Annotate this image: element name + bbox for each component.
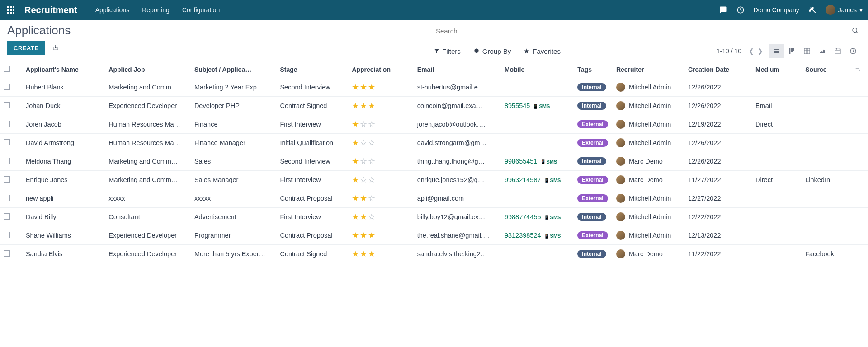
- activity-view-icon[interactable]: [845, 44, 861, 58]
- table-row[interactable]: new applixxxxxxxxxxContract Proposal★★☆a…: [0, 189, 868, 208]
- table-row[interactable]: Enrique JonesMarketing and Comm…Sales Ma…: [0, 171, 868, 189]
- col-job[interactable]: Applied Job: [105, 61, 191, 78]
- nav-applications[interactable]: Applications: [95, 6, 130, 14]
- cell-email[interactable]: sandra.elvis.the.king2…: [414, 245, 501, 263]
- star-rating[interactable]: ★★★: [352, 84, 376, 91]
- calendar-view-icon[interactable]: [830, 44, 845, 58]
- row-checkbox[interactable]: [4, 232, 10, 238]
- table-row[interactable]: David ArmstrongHuman Resources Ma…Financ…: [0, 134, 868, 152]
- col-stage[interactable]: Stage: [276, 61, 348, 78]
- col-email[interactable]: Email: [414, 61, 501, 78]
- sms-badge[interactable]: SMS: [544, 233, 561, 239]
- col-date[interactable]: Creation Date: [684, 61, 752, 78]
- table-row[interactable]: Johan DuckExperienced DeveloperDeveloper…: [0, 97, 868, 115]
- company-name[interactable]: Demo Company: [754, 6, 799, 14]
- star-rating[interactable]: ★☆☆: [352, 158, 376, 165]
- cell-date: 12/19/2022: [684, 115, 752, 134]
- table-row[interactable]: Hubert BlankMarketing and Comm…Marketing…: [0, 78, 868, 97]
- sms-badge[interactable]: SMS: [544, 178, 561, 183]
- groupby-button[interactable]: Group By: [473, 47, 511, 55]
- tag-badge[interactable]: External: [577, 176, 608, 184]
- row-checkbox[interactable]: [4, 102, 10, 108]
- module-title[interactable]: Recruitment: [24, 5, 77, 15]
- cell-email[interactable]: the.real.shane@gmail.…: [414, 226, 501, 245]
- star-rating[interactable]: ★★☆: [352, 195, 376, 202]
- tools-icon[interactable]: [808, 6, 816, 14]
- cell-email[interactable]: david.strongarm@gm…: [414, 134, 501, 152]
- col-name[interactable]: Applicant's Name: [22, 61, 105, 78]
- table-row[interactable]: Joren JacobHuman Resources Ma…FinanceFir…: [0, 115, 868, 134]
- cell-email[interactable]: apli@gmail.com: [414, 189, 501, 208]
- tag-badge[interactable]: External: [577, 194, 608, 202]
- tag-badge[interactable]: External: [577, 120, 608, 128]
- search-icon[interactable]: [852, 27, 859, 36]
- pager-next-icon[interactable]: ❯: [758, 47, 763, 55]
- row-checkbox[interactable]: [4, 139, 10, 145]
- create-button[interactable]: CREATE: [7, 41, 45, 55]
- col-source[interactable]: Source: [802, 61, 851, 78]
- star-rating[interactable]: ★☆☆: [352, 177, 376, 184]
- tag-badge[interactable]: Internal: [577, 157, 606, 165]
- pivot-view-icon[interactable]: [799, 44, 815, 58]
- filters-button[interactable]: Filters: [434, 47, 461, 55]
- star-rating[interactable]: ★★★: [352, 232, 376, 239]
- tag-badge[interactable]: Internal: [577, 250, 606, 258]
- tag-badge[interactable]: Internal: [577, 213, 606, 221]
- table-row[interactable]: Sandra ElvisExperienced DeveloperMore th…: [0, 245, 868, 263]
- col-appreciation[interactable]: Appreciation: [348, 61, 413, 78]
- row-checkbox[interactable]: [4, 176, 10, 183]
- select-all-checkbox[interactable]: [4, 66, 10, 72]
- table-row[interactable]: David BillyConsultantAdvertisementFirst …: [0, 208, 868, 226]
- star-rating[interactable]: ★★☆: [352, 214, 376, 221]
- favorites-button[interactable]: Favorites: [524, 47, 561, 55]
- col-mobile[interactable]: Mobile: [501, 61, 574, 78]
- row-checkbox[interactable]: [4, 84, 10, 90]
- star-rating[interactable]: ★★★: [352, 103, 376, 110]
- tag-badge[interactable]: Internal: [577, 83, 606, 91]
- tag-badge[interactable]: External: [577, 139, 608, 147]
- mobile-link[interactable]: 998655451: [505, 158, 538, 165]
- activities-icon[interactable]: [736, 6, 745, 14]
- star-rating[interactable]: ★☆☆: [352, 140, 376, 147]
- row-checkbox[interactable]: [4, 250, 10, 257]
- mobile-link[interactable]: 8955545: [505, 102, 530, 109]
- user-menu[interactable]: James ▾: [826, 5, 863, 15]
- list-view-icon[interactable]: [769, 44, 784, 58]
- mobile-link[interactable]: 9812398524: [505, 232, 541, 239]
- mobile-link[interactable]: 9988774455: [505, 213, 541, 220]
- apps-menu-icon[interactable]: [5, 5, 16, 15]
- import-icon[interactable]: [52, 44, 59, 52]
- cell-email[interactable]: st-hubertus@gmail.e…: [414, 78, 501, 97]
- search-input[interactable]: [434, 24, 861, 38]
- sms-badge[interactable]: SMS: [544, 215, 561, 220]
- col-medium[interactable]: Medium: [752, 61, 802, 78]
- sms-badge[interactable]: SMS: [540, 159, 557, 164]
- col-options-icon[interactable]: [851, 61, 868, 78]
- cell-email[interactable]: enrique.jones152@g…: [414, 171, 501, 189]
- kanban-view-icon[interactable]: [784, 44, 799, 58]
- row-checkbox[interactable]: [4, 158, 10, 164]
- col-recruiter[interactable]: Recruiter: [613, 61, 684, 78]
- row-checkbox[interactable]: [4, 213, 10, 220]
- col-tags[interactable]: Tags: [574, 61, 613, 78]
- messages-icon[interactable]: [719, 6, 727, 14]
- nav-reporting[interactable]: Reporting: [142, 6, 170, 14]
- star-rating[interactable]: ★☆☆: [352, 121, 376, 128]
- cell-email[interactable]: coincoin@gmail.exa…: [414, 97, 501, 115]
- row-checkbox[interactable]: [4, 195, 10, 201]
- col-subject[interactable]: Subject / Applica…: [191, 61, 277, 78]
- sms-badge[interactable]: SMS: [533, 103, 550, 109]
- tag-badge[interactable]: External: [577, 231, 608, 239]
- nav-configuration[interactable]: Configuration: [182, 6, 220, 14]
- table-row[interactable]: Shane WilliamsExperienced DeveloperProgr…: [0, 226, 868, 245]
- mobile-link[interactable]: 9963214587: [505, 176, 541, 183]
- row-checkbox[interactable]: [4, 121, 10, 127]
- graph-view-icon[interactable]: [815, 44, 830, 58]
- cell-email[interactable]: billy.boy12@gmail.ex…: [414, 208, 501, 226]
- cell-email[interactable]: thing.thang.thong@g…: [414, 152, 501, 171]
- pager-prev-icon[interactable]: ❮: [749, 47, 754, 55]
- star-rating[interactable]: ★★★: [352, 251, 376, 258]
- table-row[interactable]: Meldona ThangMarketing and Comm…SalesSec…: [0, 152, 868, 171]
- tag-badge[interactable]: Internal: [577, 102, 606, 110]
- cell-email[interactable]: joren.jacob@outlook.…: [414, 115, 501, 134]
